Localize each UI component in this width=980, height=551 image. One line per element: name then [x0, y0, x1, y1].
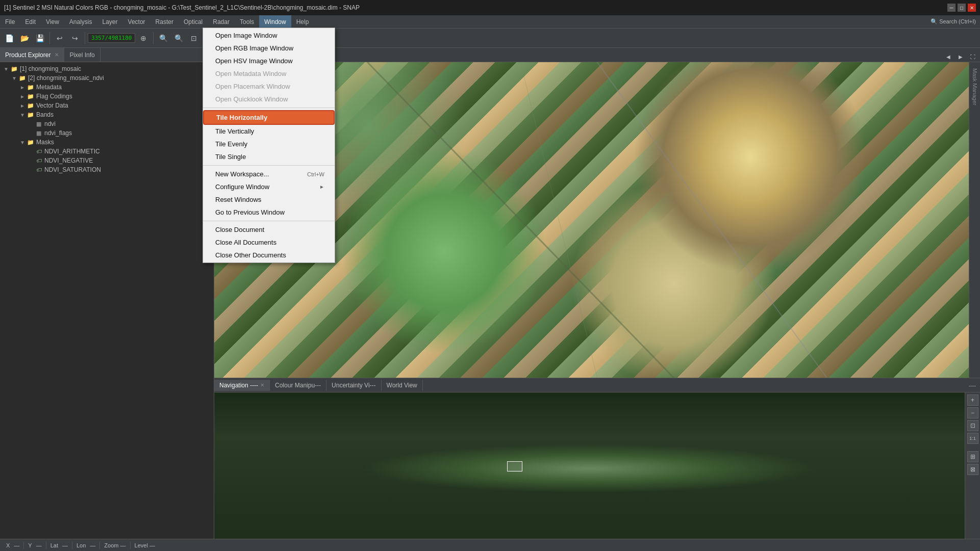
maximize-button[interactable]: □ — [958, 4, 966, 12]
tree-item-ndvi[interactable]: ▦ ndvi — [0, 119, 214, 128]
menu-sep-3 — [203, 221, 335, 221]
pin-nav-button[interactable]: ⊠ — [967, 464, 978, 475]
menu-close-document[interactable]: Close Document — [203, 223, 335, 236]
menu-workspace-section: New Workspace... Ctrl+W Configure Window… — [203, 167, 335, 220]
fit-nav-button[interactable]: ⊡ — [967, 420, 978, 431]
status-sep-4 — [99, 542, 100, 549]
zoom-out-nav-button[interactable]: − — [967, 407, 978, 418]
menu-file[interactable]: File — [0, 15, 20, 28]
navigation-image — [214, 392, 965, 539]
toolbar: 📄 📂 💾 ↩ ↪ 3357/4981180 ⊕ 🔍 🔍 ⊡ ⛶ ✋ ↖ 📏 📌… — [0, 29, 980, 48]
level-label: Level — — [135, 542, 155, 548]
menu-window[interactable]: Window — [259, 15, 291, 28]
menu-layer[interactable]: Layer — [97, 15, 123, 28]
menu-close-all-documents[interactable]: Close All Documents — [203, 236, 335, 249]
menu-sep-1 — [203, 108, 335, 108]
menu-configure-window[interactable]: Configure Window ► — [203, 180, 335, 193]
zoom-in-nav-button[interactable]: + — [967, 395, 978, 406]
main-area: Product Explorer ✕ Pixel Info ▼ 📁 [1] ch… — [0, 48, 980, 551]
tab-scroll-right-button[interactable]: ▶ — [956, 51, 966, 62]
menu-tile-evenly[interactable]: Tile Evenly — [203, 138, 335, 150]
new-button[interactable]: 📄 — [2, 31, 16, 45]
expand-icon-2[interactable]: ▼ — [10, 74, 18, 82]
window-controls: ─ □ ✕ — [947, 4, 976, 12]
minimize-button[interactable]: ─ — [947, 4, 956, 12]
menu-view[interactable]: View — [41, 15, 64, 28]
menu-open-rgb-window[interactable]: Open RGB Image Window — [203, 42, 335, 55]
expand-icon-vector[interactable]: ► — [18, 101, 27, 110]
tree-item-ndvi-sat[interactable]: 🏷 NDVI_SATURATION — [0, 165, 214, 174]
menu-optical[interactable]: Optical — [179, 15, 208, 28]
zoom-100-button[interactable]: 1:1 — [967, 433, 978, 444]
menu-tile-horizontally[interactable]: Tile Horizontally — [203, 110, 335, 125]
new-workspace-shortcut: Ctrl+W — [307, 171, 324, 177]
tree-item-ndvi-arith[interactable]: 🏷 NDVI_ARITHMETIC — [0, 147, 214, 156]
menu-help[interactable]: Help — [291, 15, 314, 28]
expand-icon-masks[interactable]: ▼ — [18, 138, 27, 146]
menu-close-other-documents[interactable]: Close Other Documents — [203, 249, 335, 261]
expand-icon-meta[interactable]: ► — [18, 83, 27, 91]
lon-value: — — [90, 542, 95, 548]
navigation-tab-close-icon[interactable]: ✕ — [260, 382, 264, 388]
tab-product-explorer[interactable]: Product Explorer ✕ — [0, 48, 64, 62]
tree-item-ndvi-flags[interactable]: ▦ ndvi_flags — [0, 128, 214, 138]
bottom-panel-minimize-icon[interactable]: — — [965, 380, 980, 390]
expand-icon-flags[interactable]: ► — [18, 92, 27, 100]
tree-item-bands[interactable]: ▼ 📁 Bands — [0, 110, 214, 119]
menu-open-image-window[interactable]: Open Image Window — [203, 29, 335, 42]
bottom-panel: Navigation ---- ✕ Colour Manipu--- Uncer… — [214, 378, 980, 551]
navigation-viewport-rect — [507, 461, 522, 471]
undo-button[interactable]: ↩ — [53, 31, 67, 45]
close-button[interactable]: ✕ — [968, 4, 976, 12]
expand-icon[interactable]: ▼ — [2, 65, 10, 73]
tree-item-vector-data[interactable]: ► 📁 Vector Data — [0, 101, 214, 110]
tab-pixel-info[interactable]: Pixel Info — [64, 48, 100, 62]
tab-navigation[interactable]: Navigation ---- ✕ — [214, 380, 270, 391]
sync-nav-button[interactable]: ⊞ — [967, 451, 978, 462]
maximize-view-button[interactable]: ⛶ — [968, 51, 978, 62]
tree-item-flag-codings[interactable]: ► 📁 Flag Codings — [0, 92, 214, 101]
tree-item-masks[interactable]: ▼ 📁 Masks — [0, 138, 214, 147]
status-bar: X — Y — Lat — Lon — Zoom — Level — — [0, 539, 980, 551]
menu-close-section: Close Document Close All Documents Close… — [203, 222, 335, 263]
tree-item-metadata[interactable]: ► 📁 Metadata — [0, 83, 214, 92]
status-sep-5 — [130, 542, 131, 549]
status-sep-3 — [72, 542, 72, 549]
tree-item-chongming-mosaic[interactable]: ▼ 📁 [1] chongming_mosaic — [0, 64, 214, 73]
zoom-in-button[interactable]: 🔍 — [156, 31, 170, 45]
menu-tools[interactable]: Tools — [235, 15, 259, 28]
menu-tile-single[interactable]: Tile Single — [203, 150, 335, 163]
zoom-out-button[interactable]: 🔍 — [171, 31, 186, 45]
menu-raster[interactable]: Raster — [150, 15, 179, 28]
coords-button[interactable]: ⊕ — [136, 31, 150, 45]
y-label: Y — [28, 542, 32, 548]
menu-open-hsv-window[interactable]: Open HSV Image Window — [203, 55, 335, 67]
folder-icon-2: 📁 — [18, 74, 27, 82]
save-button[interactable]: 💾 — [33, 31, 47, 45]
fit-button[interactable]: ⊡ — [187, 31, 201, 45]
folder-icon-bands: 📁 — [27, 111, 35, 119]
product-tree: ▼ 📁 [1] chongming_mosaic ▼ 📁 [2] chongmi… — [0, 62, 214, 551]
tab-colour-manip[interactable]: Colour Manipu--- — [270, 380, 326, 391]
menu-vector[interactable]: Vector — [123, 15, 150, 28]
tree-item-chongming-ndvi[interactable]: ▼ 📁 [2] chongming_mosaic_ndvi — [0, 73, 214, 83]
tab-scroll-left-button[interactable]: ◀ — [943, 51, 953, 62]
menu-analysis[interactable]: Analysis — [64, 15, 97, 28]
menu-go-to-previous-window[interactable]: Go to Previous Window — [203, 206, 335, 219]
open-button[interactable]: 📂 — [17, 31, 32, 45]
menu-new-workspace[interactable]: New Workspace... Ctrl+W — [203, 168, 335, 180]
redo-button[interactable]: ↪ — [68, 31, 82, 45]
mask-icon-arith: 🏷 — [35, 147, 43, 155]
mask-manager-label[interactable]: Mask Manager — [971, 64, 979, 110]
menu-edit[interactable]: Edit — [20, 15, 41, 28]
expand-icon-bands[interactable]: ▼ — [18, 111, 27, 119]
tab-uncertainty[interactable]: Uncertainty Vi--- — [326, 380, 381, 391]
product-explorer-close-icon[interactable]: ✕ — [55, 52, 59, 58]
menu-tile-vertically[interactable]: Tile Vertically — [203, 125, 335, 138]
app-title: [1] Sentinel 2 MSI Natural Colors RGB - … — [4, 4, 360, 11]
tab-world-view[interactable]: World View — [382, 380, 423, 391]
menu-reset-windows[interactable]: Reset Windows — [203, 193, 335, 206]
tree-item-ndvi-neg[interactable]: 🏷 NDVI_NEGATIVE — [0, 156, 214, 165]
menu-radar[interactable]: Radar — [208, 15, 235, 28]
navigation-view: 1 : 8 0° ? — [214, 392, 965, 551]
